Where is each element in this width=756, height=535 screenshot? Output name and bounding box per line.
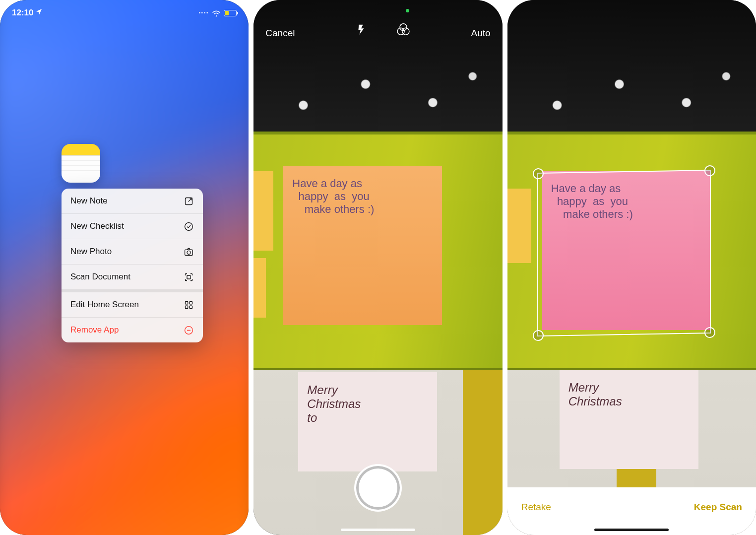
battery-icon xyxy=(224,10,237,16)
svg-point-13 xyxy=(402,28,409,35)
home-indicator[interactable] xyxy=(594,529,669,531)
screenshot-scan-crop: Have a day as happy as you make others :… xyxy=(507,0,756,535)
shutter-button[interactable] xyxy=(359,468,397,507)
flash-icon[interactable] xyxy=(356,23,367,38)
apps-icon xyxy=(183,299,194,310)
crop-handle-top-right[interactable] xyxy=(704,165,715,176)
crop-handle-top-left[interactable] xyxy=(533,168,544,179)
svg-point-0 xyxy=(216,15,217,16)
crop-handle-bottom-right[interactable] xyxy=(704,327,715,338)
crop-frame[interactable] xyxy=(537,170,711,336)
scan-review-bar: Retake Keep Scan xyxy=(507,487,756,535)
menu-label: Remove App xyxy=(70,325,119,335)
sticky-text: Have a day as xyxy=(292,177,433,190)
compose-icon xyxy=(183,196,194,206)
menu-new-checklist[interactable]: New Checklist xyxy=(62,214,203,239)
menu-label: New Photo xyxy=(70,247,112,257)
svg-point-2 xyxy=(185,222,192,230)
scene-ceiling xyxy=(507,0,756,132)
sticky-text: happy as you xyxy=(292,190,433,203)
scene-sticky-peek xyxy=(253,171,273,251)
menu-scan-document[interactable]: Scan Document xyxy=(62,265,203,292)
status-time: 12:10 xyxy=(12,8,33,18)
svg-rect-9 xyxy=(189,306,192,308)
sticky-text: Merry xyxy=(307,383,428,397)
sticky-text: to xyxy=(307,411,428,425)
cancel-button[interactable]: Cancel xyxy=(265,28,295,39)
screenshot-home-context-menu: 12:10 •••• New Note New Checklist New Ph… xyxy=(0,0,249,535)
menu-remove-app[interactable]: Remove App xyxy=(62,318,203,342)
cell-dots-icon: •••• xyxy=(199,10,209,15)
notes-app-icon[interactable] xyxy=(62,144,100,183)
remove-icon xyxy=(183,325,194,335)
menu-label: Edit Home Screen xyxy=(70,300,139,310)
home-indicator[interactable] xyxy=(341,529,415,531)
menu-label: New Checklist xyxy=(70,221,124,231)
scanner-top-bar: Cancel Auto xyxy=(253,0,502,46)
svg-point-4 xyxy=(187,251,190,254)
filter-icon[interactable] xyxy=(396,22,410,39)
shutter-area xyxy=(253,468,502,507)
sticky-text: make others :) xyxy=(292,203,433,216)
camera-viewfinder: Have a day as happy as you make others :… xyxy=(253,0,502,535)
sticky-text: Christmas xyxy=(568,395,690,408)
scene-sticky-peek xyxy=(507,189,531,263)
crop-handle-bottom-left[interactable] xyxy=(533,330,544,341)
checklist-icon xyxy=(183,221,194,232)
svg-rect-8 xyxy=(185,306,188,308)
camera-active-indicator-icon xyxy=(406,9,409,12)
scene-sticky-note-bottom: Merry Christmas xyxy=(560,370,698,469)
scan-icon xyxy=(183,271,194,282)
menu-label: Scan Document xyxy=(70,272,130,282)
menu-edit-home-screen[interactable]: Edit Home Screen xyxy=(62,292,203,318)
scene-sticky-peek xyxy=(253,258,266,318)
svg-rect-6 xyxy=(185,301,188,304)
capture-mode-button[interactable]: Auto xyxy=(471,28,491,39)
svg-rect-7 xyxy=(189,301,192,304)
retake-button[interactable]: Retake xyxy=(521,502,551,513)
sticky-text: Merry xyxy=(568,381,690,395)
wifi-icon xyxy=(212,10,221,16)
status-bar: 12:10 •••• xyxy=(0,0,249,22)
keep-scan-button[interactable]: Keep Scan xyxy=(694,502,742,513)
camera-icon xyxy=(183,246,194,257)
scene-sticky-note-main: Have a day as happy as you make others :… xyxy=(283,166,442,325)
menu-label: New Note xyxy=(70,196,108,206)
svg-point-11 xyxy=(400,24,407,31)
location-icon xyxy=(35,8,43,18)
scene-sticky-note-bottom: Merry Christmas to xyxy=(298,372,437,471)
notes-context-menu: New Note New Checklist New Photo Scan Do… xyxy=(62,189,203,342)
sticky-text: Christmas xyxy=(307,397,428,411)
menu-new-note[interactable]: New Note xyxy=(62,189,203,214)
screenshot-scan-camera: Have a day as happy as you make others :… xyxy=(253,0,502,535)
svg-rect-5 xyxy=(187,275,190,279)
menu-new-photo[interactable]: New Photo xyxy=(62,239,203,265)
